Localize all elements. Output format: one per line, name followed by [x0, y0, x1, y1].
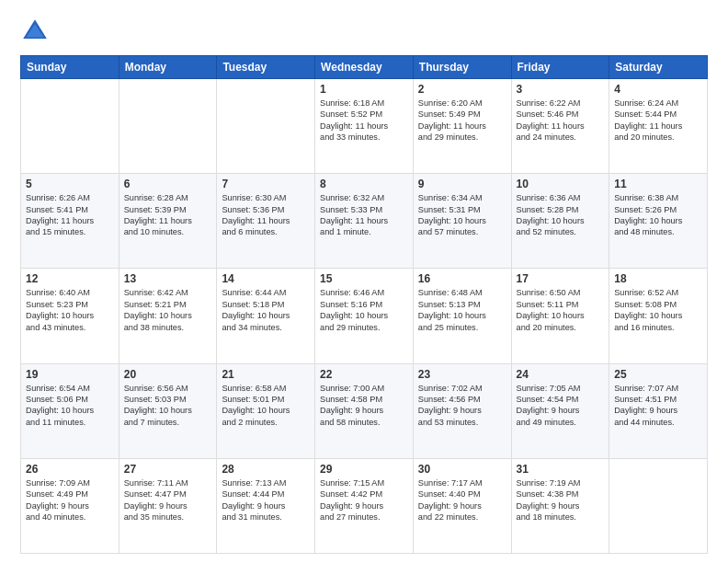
day-number: 24	[517, 368, 605, 381]
calendar-cell: 19Sunrise: 6:54 AM Sunset: 5:06 PM Dayli…	[21, 363, 119, 458]
weekday-header-monday: Monday	[119, 56, 217, 79]
day-info: Sunrise: 6:24 AM Sunset: 5:44 PM Dayligh…	[614, 98, 702, 144]
calendar-cell: 29Sunrise: 7:15 AM Sunset: 4:42 PM Dayli…	[315, 458, 414, 553]
day-info: Sunrise: 7:05 AM Sunset: 4:54 PM Dayligh…	[517, 383, 605, 429]
calendar-cell: 17Sunrise: 6:50 AM Sunset: 5:11 PM Dayli…	[511, 269, 609, 363]
day-number: 30	[418, 463, 506, 476]
calendar-cell: 12Sunrise: 6:40 AM Sunset: 5:23 PM Dayli…	[21, 269, 119, 363]
calendar-cell: 7Sunrise: 6:30 AM Sunset: 5:36 PM Daylig…	[217, 174, 315, 269]
calendar-cell: 5Sunrise: 6:26 AM Sunset: 5:41 PM Daylig…	[21, 174, 119, 269]
day-number: 27	[124, 463, 212, 476]
day-info: Sunrise: 6:18 AM Sunset: 5:52 PM Dayligh…	[320, 98, 408, 144]
day-info: Sunrise: 7:09 AM Sunset: 4:49 PM Dayligh…	[26, 477, 114, 523]
calendar-cell: 10Sunrise: 6:36 AM Sunset: 5:28 PM Dayli…	[511, 174, 609, 269]
weekday-header-friday: Friday	[511, 56, 609, 79]
calendar-cell: 11Sunrise: 6:38 AM Sunset: 5:26 PM Dayli…	[609, 174, 708, 269]
calendar-cell: 22Sunrise: 7:00 AM Sunset: 4:58 PM Dayli…	[315, 363, 414, 458]
day-info: Sunrise: 6:58 AM Sunset: 5:01 PM Dayligh…	[222, 383, 310, 429]
day-number: 9	[418, 178, 506, 190]
calendar-cell: 2Sunrise: 6:20 AM Sunset: 5:49 PM Daylig…	[413, 79, 511, 174]
day-number: 15	[320, 272, 408, 285]
day-info: Sunrise: 7:13 AM Sunset: 4:44 PM Dayligh…	[222, 477, 310, 523]
day-number: 12	[26, 272, 114, 285]
day-info: Sunrise: 6:26 AM Sunset: 5:41 PM Dayligh…	[26, 192, 114, 238]
day-number: 1	[320, 83, 408, 96]
calendar-cell: 6Sunrise: 6:28 AM Sunset: 5:39 PM Daylig…	[119, 174, 217, 269]
logo	[20, 17, 53, 46]
weekday-header-sunday: Sunday	[21, 56, 119, 79]
calendar-cell: 4Sunrise: 6:24 AM Sunset: 5:44 PM Daylig…	[609, 79, 708, 174]
calendar-cell: 15Sunrise: 6:46 AM Sunset: 5:16 PM Dayli…	[315, 269, 414, 363]
day-info: Sunrise: 6:30 AM Sunset: 5:36 PM Dayligh…	[222, 192, 310, 238]
day-number: 13	[124, 272, 212, 285]
day-number: 29	[320, 463, 408, 476]
calendar-cell	[119, 79, 217, 174]
calendar-cell: 24Sunrise: 7:05 AM Sunset: 4:54 PM Dayli…	[511, 363, 609, 458]
calendar-cell: 1Sunrise: 6:18 AM Sunset: 5:52 PM Daylig…	[315, 79, 414, 174]
calendar-cell: 26Sunrise: 7:09 AM Sunset: 4:49 PM Dayli…	[21, 458, 119, 553]
day-info: Sunrise: 7:07 AM Sunset: 4:51 PM Dayligh…	[614, 383, 702, 429]
day-info: Sunrise: 6:42 AM Sunset: 5:21 PM Dayligh…	[124, 287, 212, 333]
calendar-cell: 8Sunrise: 6:32 AM Sunset: 5:33 PM Daylig…	[315, 174, 414, 269]
day-info: Sunrise: 6:54 AM Sunset: 5:06 PM Dayligh…	[26, 383, 114, 429]
day-number: 5	[26, 178, 114, 190]
day-number: 17	[517, 272, 605, 285]
calendar-cell: 28Sunrise: 7:13 AM Sunset: 4:44 PM Dayli…	[217, 458, 315, 553]
day-info: Sunrise: 6:28 AM Sunset: 5:39 PM Dayligh…	[124, 192, 212, 238]
day-info: Sunrise: 6:52 AM Sunset: 5:08 PM Dayligh…	[614, 287, 702, 333]
day-info: Sunrise: 6:34 AM Sunset: 5:31 PM Dayligh…	[418, 192, 506, 238]
day-info: Sunrise: 7:11 AM Sunset: 4:47 PM Dayligh…	[124, 477, 212, 523]
calendar-cell: 9Sunrise: 6:34 AM Sunset: 5:31 PM Daylig…	[413, 174, 511, 269]
calendar-table: SundayMondayTuesdayWednesdayThursdayFrid…	[20, 55, 708, 554]
calendar-week-row: 5Sunrise: 6:26 AM Sunset: 5:41 PM Daylig…	[21, 174, 708, 269]
day-info: Sunrise: 6:22 AM Sunset: 5:46 PM Dayligh…	[517, 98, 605, 144]
header	[20, 17, 708, 46]
day-number: 25	[614, 368, 702, 381]
calendar-cell	[609, 458, 708, 553]
day-number: 18	[614, 272, 702, 285]
weekday-header-wednesday: Wednesday	[315, 56, 414, 79]
day-info: Sunrise: 6:36 AM Sunset: 5:28 PM Dayligh…	[517, 192, 605, 238]
day-info: Sunrise: 6:44 AM Sunset: 5:18 PM Dayligh…	[222, 287, 310, 333]
day-number: 31	[517, 463, 605, 476]
day-info: Sunrise: 7:17 AM Sunset: 4:40 PM Dayligh…	[418, 477, 506, 523]
calendar-week-row: 26Sunrise: 7:09 AM Sunset: 4:49 PM Dayli…	[21, 458, 708, 553]
day-number: 14	[222, 272, 310, 285]
day-number: 26	[26, 463, 114, 476]
day-info: Sunrise: 6:56 AM Sunset: 5:03 PM Dayligh…	[124, 383, 212, 429]
calendar-cell	[217, 79, 315, 174]
calendar-cell: 23Sunrise: 7:02 AM Sunset: 4:56 PM Dayli…	[413, 363, 511, 458]
day-number: 6	[124, 178, 212, 190]
weekday-header-thursday: Thursday	[413, 56, 511, 79]
calendar-cell: 21Sunrise: 6:58 AM Sunset: 5:01 PM Dayli…	[217, 363, 315, 458]
day-info: Sunrise: 7:02 AM Sunset: 4:56 PM Dayligh…	[418, 383, 506, 429]
calendar-week-row: 12Sunrise: 6:40 AM Sunset: 5:23 PM Dayli…	[21, 269, 708, 363]
calendar-cell: 20Sunrise: 6:56 AM Sunset: 5:03 PM Dayli…	[119, 363, 217, 458]
calendar-cell: 16Sunrise: 6:48 AM Sunset: 5:13 PM Dayli…	[413, 269, 511, 363]
day-info: Sunrise: 6:38 AM Sunset: 5:26 PM Dayligh…	[614, 192, 702, 238]
day-number: 23	[418, 368, 506, 381]
day-number: 22	[320, 368, 408, 381]
calendar-cell: 25Sunrise: 7:07 AM Sunset: 4:51 PM Dayli…	[609, 363, 708, 458]
day-info: Sunrise: 7:19 AM Sunset: 4:38 PM Dayligh…	[517, 477, 605, 523]
weekday-header-saturday: Saturday	[609, 56, 708, 79]
day-info: Sunrise: 6:48 AM Sunset: 5:13 PM Dayligh…	[418, 287, 506, 333]
calendar-cell: 30Sunrise: 7:17 AM Sunset: 4:40 PM Dayli…	[413, 458, 511, 553]
calendar-cell: 3Sunrise: 6:22 AM Sunset: 5:46 PM Daylig…	[511, 79, 609, 174]
day-info: Sunrise: 6:40 AM Sunset: 5:23 PM Dayligh…	[26, 287, 114, 333]
day-info: Sunrise: 7:15 AM Sunset: 4:42 PM Dayligh…	[320, 477, 408, 523]
day-number: 7	[222, 178, 310, 190]
calendar-week-row: 1Sunrise: 6:18 AM Sunset: 5:52 PM Daylig…	[21, 79, 708, 174]
day-number: 10	[517, 178, 605, 190]
day-number: 16	[418, 272, 506, 285]
day-info: Sunrise: 6:32 AM Sunset: 5:33 PM Dayligh…	[320, 192, 408, 238]
day-number: 28	[222, 463, 310, 476]
day-info: Sunrise: 6:50 AM Sunset: 5:11 PM Dayligh…	[517, 287, 605, 333]
day-number: 2	[418, 83, 506, 96]
day-info: Sunrise: 6:46 AM Sunset: 5:16 PM Dayligh…	[320, 287, 408, 333]
calendar-cell: 13Sunrise: 6:42 AM Sunset: 5:21 PM Dayli…	[119, 269, 217, 363]
weekday-header-tuesday: Tuesday	[217, 56, 315, 79]
day-number: 4	[614, 83, 702, 96]
day-number: 3	[517, 83, 605, 96]
day-info: Sunrise: 6:20 AM Sunset: 5:49 PM Dayligh…	[418, 98, 506, 144]
